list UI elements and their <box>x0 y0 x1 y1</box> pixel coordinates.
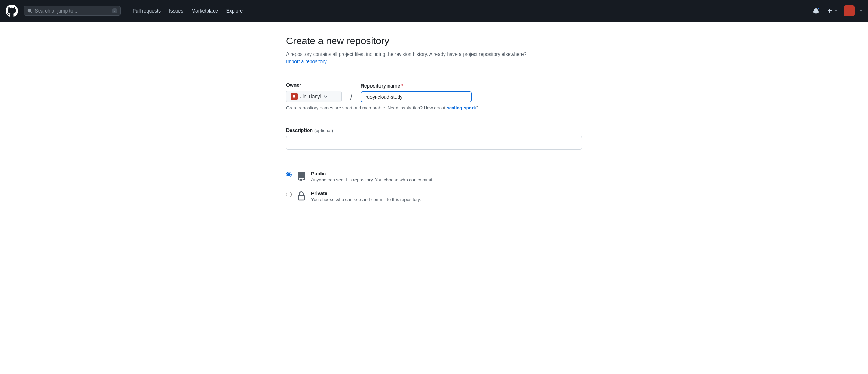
public-label: Public <box>311 171 582 176</box>
search-icon <box>27 8 32 14</box>
notifications-button[interactable] <box>811 7 821 15</box>
owner-chevron-icon <box>324 94 328 99</box>
bottom-divider <box>286 215 582 215</box>
chevron-down-icon <box>834 9 837 13</box>
github-logo[interactable] <box>6 5 18 17</box>
owner-dropdown[interactable]: Jin-Tianyi <box>286 91 342 102</box>
nav-links: Pull requests Issues Marketplace Explore <box>129 6 246 16</box>
repo-name-label: Repository name * <box>361 83 472 89</box>
page-description: A repository contains all project files,… <box>286 51 582 65</box>
suggestion-link[interactable]: scaling-spork <box>446 105 476 110</box>
visibility-private-option: Private You choose who can see and commi… <box>286 186 582 206</box>
navbar: / Pull requests Issues Marketplace Explo… <box>0 0 868 22</box>
search-kbd: / <box>112 8 117 13</box>
owner-repo-section: Owner Jin-Tianyi <box>286 82 582 110</box>
description-section: Description (optional) <box>286 127 582 150</box>
public-text-group: Public Anyone can see this repository. Y… <box>311 171 582 182</box>
nav-marketplace[interactable]: Marketplace <box>188 6 221 16</box>
description-label: Description (optional) <box>286 127 582 133</box>
public-icon <box>296 171 307 182</box>
visibility-section: Public Anyone can see this repository. Y… <box>286 167 582 206</box>
owner-name: Jin-Tianyi <box>300 94 321 99</box>
repo-name-input[interactable] <box>361 91 472 102</box>
plus-icon <box>827 8 833 14</box>
nav-pull-requests[interactable]: Pull requests <box>129 6 164 16</box>
owner-label: Owner <box>286 82 342 88</box>
main-content: Create a new repository A repository con… <box>278 22 590 237</box>
nav-issues[interactable]: Issues <box>166 6 186 16</box>
description-optional: (optional) <box>314 128 333 133</box>
avatar-icon <box>846 8 852 14</box>
visibility-public-option: Public Anyone can see this repository. Y… <box>286 167 582 186</box>
nav-explore[interactable]: Explore <box>223 6 246 16</box>
import-repository-link[interactable]: Import a repository. <box>286 59 328 64</box>
user-avatar-button[interactable] <box>844 5 855 16</box>
private-label: Private <box>311 191 582 196</box>
svg-rect-1 <box>292 94 296 99</box>
svg-rect-0 <box>847 9 851 13</box>
create-button[interactable] <box>825 7 840 15</box>
private-text-group: Private You choose who can see and commi… <box>311 191 582 202</box>
repo-name-field: Repository name * <box>361 83 472 102</box>
slash-separator: / <box>350 93 352 102</box>
owner-repo-row: Jin-Tianyi <box>286 91 342 102</box>
mid-divider <box>286 119 582 119</box>
private-description: You choose who can see and commit to thi… <box>311 197 582 202</box>
private-radio[interactable] <box>286 192 292 197</box>
public-description: Anyone can see this repository. You choo… <box>311 177 582 182</box>
owner-field: Owner Jin-Tianyi <box>286 82 342 102</box>
required-star: * <box>401 83 403 89</box>
notification-dot <box>817 7 820 10</box>
search-input[interactable] <box>35 8 110 14</box>
public-radio[interactable] <box>286 172 292 177</box>
suggestion-text: Great repository names are short and mem… <box>286 105 582 110</box>
avatar-chevron-icon <box>859 9 862 13</box>
private-icon <box>296 191 307 202</box>
visibility-divider <box>286 158 582 158</box>
description-input[interactable] <box>286 136 582 150</box>
page-title: Create a new repository <box>286 35 582 47</box>
search-bar[interactable]: / <box>24 6 121 16</box>
top-divider <box>286 74 582 74</box>
nav-right <box>811 5 862 16</box>
owner-avatar <box>291 93 298 100</box>
